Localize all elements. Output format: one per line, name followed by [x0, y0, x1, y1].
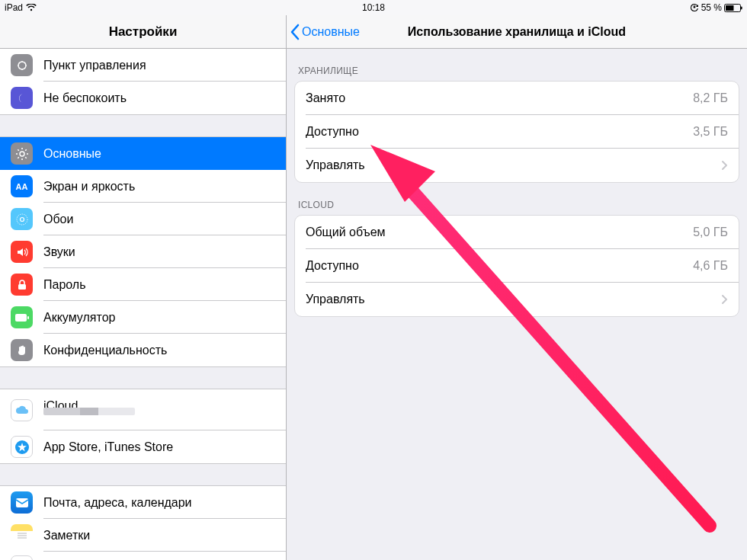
sidebar-item-sounds[interactable]: Звуки [0, 235, 286, 268]
sidebar-item-label: Почта, адреса, календари [43, 496, 286, 510]
row-label: Занято [306, 91, 693, 105]
icloud-table: Общий объем 5,0 ГБ Доступно 4,6 ГБ Управ… [294, 215, 739, 317]
section-header-storage: ХРАНИЛИЩЕ [287, 49, 747, 81]
sidebar-item-display[interactable]: AA Экран и яркость [0, 170, 286, 203]
row-icloud-manage[interactable]: Управлять [295, 283, 739, 316]
row-icloud-available: Доступно 4,6 ГБ [295, 249, 739, 283]
battery-percent: 55 % [701, 2, 722, 13]
storage-table: Занято 8,2 ГБ Доступно 3,5 ГБ Управлять [294, 81, 739, 183]
chevron-right-icon [721, 294, 728, 305]
display-icon: AA [11, 175, 33, 197]
sidebar-item-label: Пункт управления [43, 59, 286, 72]
sidebar-item-icloud[interactable]: iCloud [0, 389, 286, 430]
cloud-icon [11, 399, 33, 421]
sidebar-item-reminders[interactable]: Напоминания [0, 552, 286, 560]
sidebar-item-general[interactable]: Основные [0, 137, 286, 170]
sidebar-item-notes[interactable]: Заметки [0, 519, 286, 552]
svg-point-7 [17, 214, 27, 225]
section-header-icloud: ICLOUD [287, 183, 747, 215]
row-storage-manage[interactable]: Управлять [295, 149, 739, 182]
sidebar-item-label: Основные [43, 147, 286, 161]
reminders-icon [11, 555, 33, 561]
sidebar-item-battery[interactable]: Аккумулятор [0, 301, 286, 334]
sidebar-item-label: Обои [43, 213, 286, 226]
row-storage-available: Доступно 3,5 ГБ [295, 115, 739, 149]
status-bar: iPad 10:18 55 % [0, 0, 747, 15]
sidebar-item-label: Заметки [43, 529, 286, 542]
svg-rect-0 [693, 6, 695, 8]
sidebar-item-label: Аккумулятор [43, 311, 286, 325]
svg-rect-3 [741, 6, 742, 9]
sidebar-item-label: Экран и яркость [43, 180, 286, 194]
row-value: 3,5 ГБ [693, 125, 728, 139]
row-value: 5,0 ГБ [693, 226, 728, 239]
row-label: Управлять [306, 158, 715, 172]
lock-icon [11, 274, 33, 296]
device-label: iPad [5, 2, 23, 13]
detail-panel: Основные Использование хранилища и iClou… [287, 15, 747, 560]
row-value: 8,2 ГБ [693, 91, 728, 105]
row-icloud-total: Общий объем 5,0 ГБ [295, 216, 739, 249]
sidebar-item-label: App Store, iTunes Store [43, 440, 286, 454]
sidebar-item-passcode[interactable]: Пароль [0, 268, 286, 301]
svg-rect-12 [16, 498, 28, 507]
sidebar-item-mail[interactable]: Почта, адреса, календари [0, 486, 286, 519]
svg-point-6 [20, 217, 24, 221]
svg-rect-10 [27, 316, 29, 319]
moon-icon [11, 87, 33, 109]
gear-icon [11, 142, 33, 165]
sidebar-item-wallpaper[interactable]: Обои [0, 203, 286, 235]
battery-setting-icon [11, 306, 33, 328]
sidebar-item-label: Пароль [43, 278, 286, 292]
row-label: Общий объем [306, 226, 693, 239]
sidebar-item-appstore[interactable]: App Store, iTunes Store [0, 430, 286, 463]
icloud-account-blur [43, 407, 135, 418]
sidebar-item-label: Конфиденциальность [43, 344, 286, 357]
chevron-right-icon [721, 160, 728, 171]
row-storage-used: Занято 8,2 ГБ [295, 82, 739, 115]
appstore-icon [11, 436, 33, 458]
rotation-lock-icon [690, 3, 699, 12]
speaker-icon [11, 241, 33, 263]
row-label: Доступно [306, 259, 693, 273]
back-button[interactable]: Основные [287, 24, 360, 40]
svg-rect-9 [15, 314, 27, 322]
hand-icon [11, 339, 33, 361]
clock: 10:18 [0, 2, 747, 13]
notes-icon [11, 524, 33, 546]
sidebar-item-privacy[interactable]: Конфиденциальность [0, 334, 286, 366]
sidebar-item-label: Не беспокоить [43, 91, 286, 105]
svg-point-5 [20, 152, 24, 156]
detail-header: Основные Использование хранилища и iClou… [287, 15, 747, 49]
sidebar-title: Настройки [0, 15, 286, 49]
wallpaper-icon [11, 208, 33, 230]
row-label: Управлять [306, 293, 715, 306]
row-label: Доступно [306, 125, 693, 139]
svg-rect-8 [18, 284, 26, 290]
control-center-icon [11, 54, 33, 76]
mail-icon [11, 491, 33, 514]
svg-rect-2 [726, 5, 734, 11]
row-value: 4,6 ГБ [693, 259, 728, 273]
battery-icon [724, 4, 742, 12]
wifi-icon [26, 4, 37, 11]
settings-sidebar: Настройки Пункт управления Не беспокоить [0, 15, 287, 560]
back-label: Основные [302, 25, 360, 39]
sidebar-item-control-center[interactable]: Пункт управления [0, 49, 286, 82]
sidebar-item-label: Звуки [43, 245, 286, 259]
sidebar-item-dnd[interactable]: Не беспокоить [0, 82, 286, 114]
